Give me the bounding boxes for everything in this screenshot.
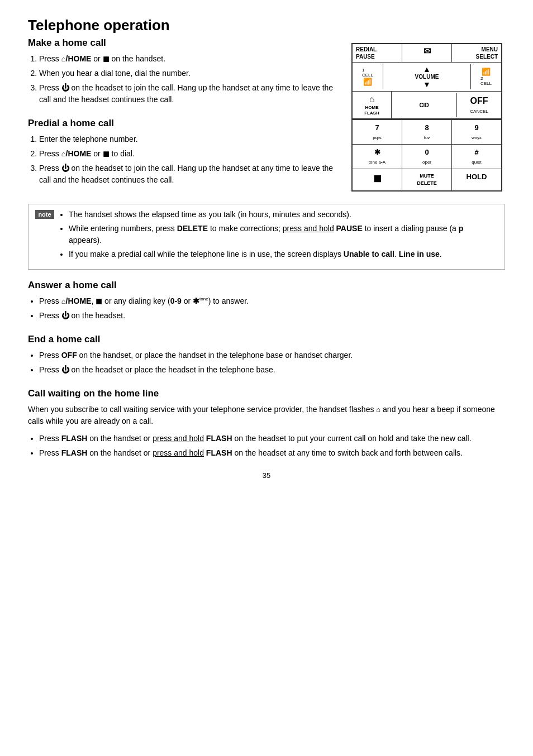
note-content: The handset shows the elapsed time as yo… (60, 209, 498, 265)
key-8: 8tuv (402, 120, 452, 144)
cid-label: CID (392, 100, 456, 111)
end-item-1: Press OFF on the handset, or place the h… (39, 350, 505, 361)
cell2-button: 📶 2CELL (470, 64, 501, 89)
call-waiting-item-1: Press FLASH on the handset or press and … (39, 433, 505, 444)
volume-control: ▲ VOLUME ▼ (383, 63, 470, 91)
predial-step-2: Press ⌂/HOME or ◼ to dial. (39, 148, 337, 160)
section-make-home-call: Make a home call Press ⌂/HOME or ◼ on th… (28, 37, 337, 106)
home-icon-diagram: ⌂ (369, 94, 375, 104)
key-9: 9wxyz (452, 120, 501, 144)
predial-step-1: Enter the telephone number. (39, 133, 337, 145)
section-call-waiting: Call waiting on the home line When you s… (28, 388, 505, 459)
mute-delete-button: MUTEDELETE (402, 169, 452, 190)
answer-list: Press ⌂/HOME, ◼ or any dialing key (0-9 … (39, 295, 505, 322)
vol-down-icon: ▼ (423, 80, 431, 89)
end-call-list: Press OFF on the handset, or place the h… (39, 350, 505, 376)
cell1-button: 1CELL 📶 (353, 64, 383, 89)
key-row-star-0-hash: ✱tone a•A 0oper #quiet (353, 145, 501, 169)
key-row-bottom: ◼ MUTEDELETE HOLD (353, 169, 501, 190)
answer-item-1: Press ⌂/HOME, ◼ or any dialing key (0-9 … (39, 295, 505, 307)
section-end-call: End a home call Press OFF on the handset… (28, 334, 505, 376)
redial-pause-label: REDIALPAUSE (353, 44, 402, 62)
cell1-label: 1CELL (362, 68, 373, 78)
home-icon: ⌂ (61, 55, 66, 63)
end-item-2: Press ⏻ on the headset or place the head… (39, 364, 505, 376)
off-cancel-button: OFF CANCEL (456, 93, 501, 117)
make-home-call-title: Make a home call (28, 37, 337, 49)
end-call-title: End a home call (28, 334, 505, 345)
answer-title: Answer a home call (28, 280, 505, 291)
answer-item-2: Press ⏻ on the headset. (39, 310, 505, 322)
predial-title: Predial a home call (28, 118, 337, 129)
off-label: OFF (470, 96, 488, 106)
keypad: 7pqrs 8tuv 9wxyz ✱tone a•A 0oper #quiet … (353, 119, 501, 190)
page-title: Telephone operation (28, 17, 505, 34)
section-answer: Answer a home call Press ⌂/HOME, ◼ or an… (28, 280, 505, 322)
volume-label: VOLUME (415, 74, 439, 80)
key-star: ✱tone a•A (353, 145, 402, 169)
key-0: 0oper (402, 145, 452, 169)
section-predial: Predial a home call Enter the telephone … (28, 118, 337, 186)
signal-icon-2: 📶 (482, 68, 491, 76)
note-label: note (35, 210, 54, 219)
menu-select-label: MENUSELECT (452, 44, 501, 62)
vol-up-icon: ▲ (423, 65, 431, 74)
call-waiting-title: Call waiting on the home line (28, 388, 505, 399)
note-item-2: While entering numbers, press DELETE to … (69, 223, 498, 246)
home-flash-button: ⌂ HOMEFLASH (353, 92, 392, 118)
page-number: 35 (28, 471, 505, 480)
predial-step-3: Press ⏻ on the headset to join the call.… (39, 162, 337, 186)
make-step-2: When you hear a dial tone, dial the numb… (39, 68, 337, 79)
call-waiting-intro: When you subscribe to call waiting servi… (28, 404, 505, 427)
note-item-1: The handset shows the elapsed time as yo… (69, 209, 498, 221)
call-waiting-item-2: Press FLASH on the handset or press and … (39, 447, 505, 459)
make-home-call-steps: Press ⌂/HOME or ◼ on the handset. When y… (39, 53, 337, 106)
phone-button: ◼ (353, 169, 402, 190)
key-row-789: 7pqrs 8tuv 9wxyz (353, 120, 501, 145)
cancel-label: CANCEL (470, 109, 488, 114)
note-item-3: If you make a predial call while the tel… (69, 248, 498, 260)
key-7: 7pqrs (353, 120, 402, 144)
signal-icon-1: 📶 (363, 78, 372, 86)
hold-button: HOLD (452, 169, 501, 190)
key-hash: #quiet (452, 145, 501, 169)
note-box: note The handset shows the elapsed time … (28, 204, 505, 270)
call-waiting-list: Press FLASH on the handset or press and … (39, 433, 505, 459)
make-step-1: Press ⌂/HOME or ◼ on the handset. (39, 53, 337, 65)
predial-steps: Enter the telephone number. Press ⌂/HOME… (39, 133, 337, 186)
phone-diagram: REDIALPAUSE ✉ MENUSELECT 1CELL 📶 ▲ VOLUM… (349, 37, 505, 198)
home-flash-label: HOMEFLASH (364, 105, 379, 116)
note-list: The handset shows the elapsed time as yo… (69, 209, 498, 260)
cell2-label: 2CELL (480, 76, 492, 86)
make-step-3: Press ⏻ on the headset to join the call.… (39, 82, 337, 106)
message-icon: ✉ (402, 44, 452, 62)
